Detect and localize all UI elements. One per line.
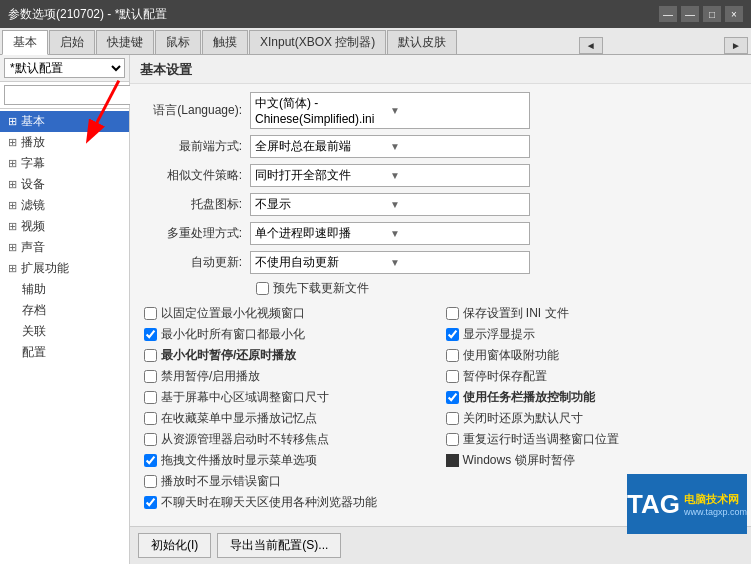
tree-list: 基本 播放 字幕 设备 滤镜 视频 声音 扩展功能 辅助 存档 关联 配置: [0, 109, 129, 564]
tray-select[interactable]: 不显示 ▼: [250, 193, 530, 216]
cb-winlock[interactable]: Windows 锁屏时暂停: [446, 452, 738, 469]
tree-item-basic[interactable]: 基本: [0, 111, 129, 132]
filestrategy-select[interactable]: 同时打开全部文件 ▼: [250, 164, 530, 187]
form-row-tray: 托盘图标: 不显示 ▼: [140, 193, 741, 216]
cb-savepause-input[interactable]: [446, 370, 459, 383]
cb-taskbar[interactable]: 使用任务栏播放控制功能: [446, 389, 738, 406]
cb-nofocus[interactable]: 从资源管理器启动时不转移焦点: [144, 431, 436, 448]
sidebar: *默认配置 🔍 基本 播放 字幕 设备 滤镜 视频 声音 扩展功能 辅助 存档 …: [0, 55, 130, 564]
cb-taskbar-input[interactable]: [446, 391, 459, 404]
tab-basic[interactable]: 基本: [2, 30, 48, 55]
dropdown-arrow: ▼: [390, 141, 525, 152]
form-row-update: 自动更新: 不使用自动更新 ▼: [140, 251, 741, 274]
tag-cn-text: 电脑技术网: [684, 492, 747, 507]
tab-start[interactable]: 启始: [49, 30, 95, 54]
language-label: 语言(Language):: [140, 102, 250, 119]
close-button[interactable]: ×: [725, 6, 743, 22]
foreground-select[interactable]: 全屏时总在最前端 ▼: [250, 135, 530, 158]
cb-disablepause[interactable]: 禁用暂停/启用播放: [144, 368, 436, 385]
tab-mouse[interactable]: 鼠标: [155, 30, 201, 54]
tab-xinput[interactable]: XInput(XBOX 控制器): [249, 30, 386, 54]
tree-item-assist[interactable]: 辅助: [0, 279, 129, 300]
cb-browser-input[interactable]: [144, 496, 157, 509]
minimize-button[interactable]: —: [681, 6, 699, 22]
multiplay-select[interactable]: 单个进程即速即播 ▼: [250, 222, 530, 245]
tab-skin[interactable]: 默认皮肤: [387, 30, 457, 54]
settings-content: 语言(Language): 中文(简体) - Chinese(Simplifie…: [130, 84, 751, 526]
tree-item-extension[interactable]: 扩展功能: [0, 258, 129, 279]
predownload-checkbox-item[interactable]: 预先下载更新文件: [256, 280, 369, 297]
tree-item-device[interactable]: 设备: [0, 174, 129, 195]
cb-disablepause-input[interactable]: [144, 370, 157, 383]
update-select[interactable]: 不使用自动更新 ▼: [250, 251, 530, 274]
dropdown-arrow: ▼: [390, 170, 525, 181]
cb-saveini[interactable]: 保存设置到 INI 文件: [446, 305, 738, 322]
cb-dragmenu-input[interactable]: [144, 454, 157, 467]
language-select[interactable]: 中文(简体) - Chinese(Simplified).ini ▼: [250, 92, 530, 129]
cb-pausemin[interactable]: 最小化时暂停/还原时播放: [144, 347, 436, 364]
tab-shortcuts[interactable]: 快捷键: [96, 30, 154, 54]
cb-savepause[interactable]: 暂停时保存配置: [446, 368, 738, 385]
title-bar: 参数选项(210702) - *默认配置 — — □ ×: [0, 0, 751, 28]
form-row-multiplay: 多重处理方式: 单个进程即速即播 ▼: [140, 222, 741, 245]
cb-noerror[interactable]: 播放时不显示错误窗口: [144, 473, 436, 490]
tab-bar: 基本 启始 快捷键 鼠标 触摸 XInput(XBOX 控制器) 默认皮肤 ◄ …: [0, 28, 751, 55]
cb-minall-input[interactable]: [144, 328, 157, 341]
tree-item-video[interactable]: 视频: [0, 216, 129, 237]
cb-pausemin-input[interactable]: [144, 349, 157, 362]
form-row-language: 语言(Language): 中文(简体) - Chinese(Simplifie…: [140, 92, 741, 129]
cb-winlock-input[interactable]: [446, 454, 459, 467]
cb-reposition-input[interactable]: [446, 433, 459, 446]
cb-tooltip[interactable]: 显示浮显提示: [446, 326, 738, 343]
cb-snap[interactable]: 使用窗体吸附功能: [446, 347, 738, 364]
tree-item-archive[interactable]: 存档: [0, 300, 129, 321]
cb-snap-input[interactable]: [446, 349, 459, 362]
dropdown-arrow: ▼: [390, 105, 525, 116]
predownload-label: 预先下载更新文件: [273, 280, 369, 297]
update-label: 自动更新:: [140, 254, 250, 271]
form-row-filestrategy: 相似文件策略: 同时打开全部文件 ▼: [140, 164, 741, 187]
search-box: 🔍: [0, 82, 129, 109]
tab-next[interactable]: ►: [724, 37, 748, 54]
init-button[interactable]: 初始化(I): [138, 533, 211, 558]
tab-prev[interactable]: ◄: [579, 37, 603, 54]
tree-item-filter[interactable]: 滤镜: [0, 195, 129, 216]
maximize-button[interactable]: □: [703, 6, 721, 22]
title-controls: — — □ ×: [659, 6, 743, 22]
predownload-checkbox[interactable]: [256, 282, 269, 295]
export-button[interactable]: 导出当前配置(S)...: [217, 533, 341, 558]
tree-item-associate[interactable]: 关联: [0, 321, 129, 342]
tree-item-audio[interactable]: 声音: [0, 237, 129, 258]
cb-reposition[interactable]: 重复运行时适当调整窗口位置: [446, 431, 738, 448]
pin-button[interactable]: —: [659, 6, 677, 22]
cb-tooltip-input[interactable]: [446, 328, 459, 341]
cb-bookmark-input[interactable]: [144, 412, 157, 425]
profile-select[interactable]: *默认配置: [4, 58, 125, 78]
cb-centerscale[interactable]: 基于屏幕中心区域调整窗口尺寸: [144, 389, 436, 406]
cb-saveini-input[interactable]: [446, 307, 459, 320]
tab-touch[interactable]: 触摸: [202, 30, 248, 54]
form-row-foreground: 最前端方式: 全屏时总在最前端 ▼: [140, 135, 741, 158]
cb-fixedpos[interactable]: 以固定位置最小化视频窗口: [144, 305, 436, 322]
cb-bookmark[interactable]: 在收藏菜单中显示播放记忆点: [144, 410, 436, 427]
cb-nofocus-input[interactable]: [144, 433, 157, 446]
filestrategy-label: 相似文件策略:: [140, 167, 250, 184]
cb-restoresize-input[interactable]: [446, 412, 459, 425]
window-title: 参数选项(210702) - *默认配置: [8, 6, 167, 23]
tree-item-config[interactable]: 配置: [0, 342, 129, 363]
section-header: 基本设置: [130, 55, 751, 84]
cb-fixedpos-input[interactable]: [144, 307, 157, 320]
cb-centerscale-input[interactable]: [144, 391, 157, 404]
cb-minall[interactable]: 最小化时所有窗口都最小化: [144, 326, 436, 343]
form-row-predownload: 预先下载更新文件: [140, 280, 741, 297]
cb-dragmenu[interactable]: 拖拽文件播放时显示菜单选项: [144, 452, 436, 469]
foreground-label: 最前端方式:: [140, 138, 250, 155]
cb-noerror-input[interactable]: [144, 475, 157, 488]
tree-item-subtitle[interactable]: 字幕: [0, 153, 129, 174]
dropdown-arrow: ▼: [390, 228, 525, 239]
tag-watermark: TAG 电脑技术网 www.tagxp.com: [627, 474, 747, 534]
dropdown-arrow: ▼: [390, 257, 525, 268]
sidebar-dropdown-container: *默认配置: [0, 55, 129, 82]
cb-restoresize[interactable]: 关闭时还原为默认尺寸: [446, 410, 738, 427]
tree-item-playback[interactable]: 播放: [0, 132, 129, 153]
